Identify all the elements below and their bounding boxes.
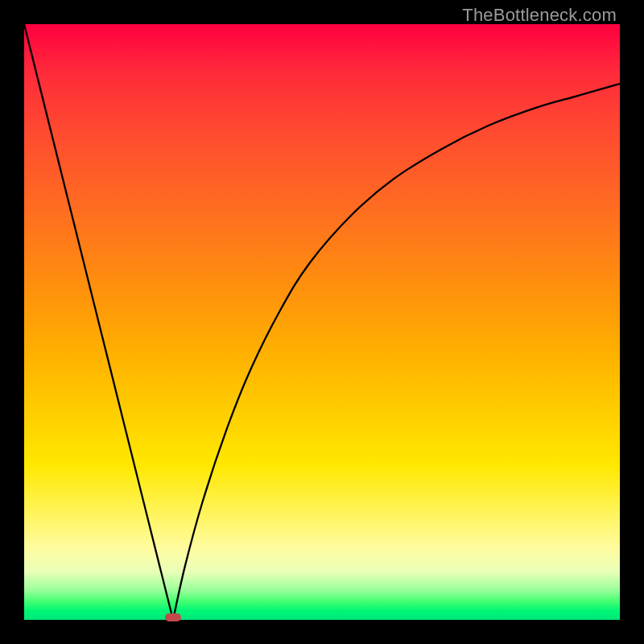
bottleneck-curve (24, 24, 620, 620)
curve-left-branch (24, 24, 173, 620)
minimum-marker (165, 613, 181, 621)
chart-frame: TheBottleneck.com (0, 0, 644, 644)
plot-area (24, 24, 620, 620)
curve-right-branch (173, 84, 620, 620)
watermark-text: TheBottleneck.com (462, 5, 617, 26)
